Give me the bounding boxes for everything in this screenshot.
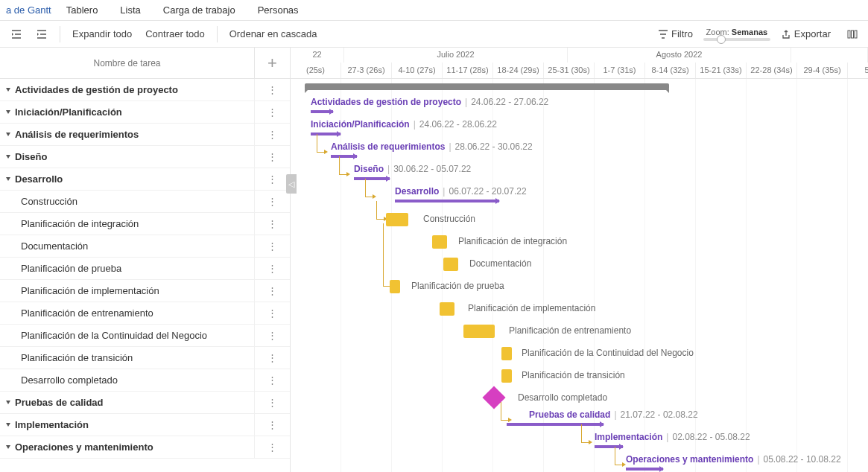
- task-menu-button[interactable]: ⋮: [254, 436, 290, 458]
- task-row[interactable]: Planificación de la Continuidad del Nego…: [0, 325, 290, 347]
- task-menu-button[interactable]: ⋮: [254, 347, 290, 369]
- gantt-task-bar[interactable]: [501, 347, 512, 360]
- task-menu-button[interactable]: ⋮: [254, 213, 290, 235]
- tab-list[interactable]: Lista: [110, 1, 151, 19]
- gantt-group-name[interactable]: Operaciones y mantenimiento: [626, 454, 753, 465]
- tab-board[interactable]: Tablero: [56, 1, 109, 19]
- task-row[interactable]: Desarrollo completado⋮: [0, 369, 290, 392]
- task-menu-button[interactable]: ⋮: [254, 325, 290, 346]
- expand-caret-icon[interactable]: [6, 155, 10, 159]
- indent-icon[interactable]: [30, 25, 54, 43]
- tab-workload[interactable]: Carga de trabajo: [153, 1, 246, 19]
- add-column-button[interactable]: +: [267, 55, 277, 71]
- gantt-task-bar[interactable]: [432, 235, 447, 249]
- task-list: Actividades de gestión de proyecto⋮Inici…: [0, 79, 290, 472]
- gantt-chart-area[interactable]: Actividades de gestión de proyecto|24.06…: [291, 79, 868, 472]
- gantt-task-bar[interactable]: [440, 302, 454, 316]
- week-label: 18-24 (29s): [493, 63, 544, 78]
- columns-icon[interactable]: [841, 26, 864, 42]
- gantt-group-name[interactable]: Análisis de requerimientos: [331, 141, 445, 152]
- expand-caret-icon[interactable]: [6, 177, 10, 181]
- task-menu-button[interactable]: ⋮: [254, 414, 290, 436]
- gantt-group-bar[interactable]: [311, 110, 333, 113]
- tab-gantt[interactable]: a de Gantt: [3, 1, 54, 19]
- task-row[interactable]: Planificación de prueba⋮: [0, 258, 290, 280]
- gantt-task-label: Planificación de la Continuidad del Nego…: [522, 348, 694, 358]
- gantt-group-name[interactable]: Diseño: [354, 164, 384, 174]
- gantt-group-name[interactable]: Actividades de gestión de proyecto: [311, 97, 461, 107]
- gantt-group-dates: 06.07.22 - 20.07.22: [449, 186, 526, 197]
- separator: [60, 26, 60, 42]
- gantt-group-name[interactable]: Desarrollo: [395, 186, 439, 197]
- expand-caret-icon[interactable]: [6, 445, 10, 449]
- filter-icon: [658, 29, 668, 39]
- task-row[interactable]: Construcción⋮: [0, 191, 290, 213]
- task-menu-button[interactable]: ⋮: [254, 280, 290, 302]
- gantt-group-name[interactable]: Iniciación/Planificación: [311, 119, 410, 130]
- task-menu-button[interactable]: ⋮: [254, 191, 290, 212]
- gantt-group-dates: 05.08.22 - 10.08.22: [764, 454, 841, 465]
- gantt-group-bar[interactable]: [311, 133, 340, 135]
- gantt-group-bar[interactable]: [626, 468, 663, 471]
- outdent-icon[interactable]: [4, 25, 28, 43]
- task-row[interactable]: Análisis de requerimientos⋮: [0, 124, 290, 146]
- gantt-group-name[interactable]: Implementación: [595, 432, 662, 442]
- gantt-task-bar[interactable]: [501, 369, 512, 383]
- gantt-group-bar[interactable]: [395, 200, 499, 202]
- month-label: 22: [291, 48, 344, 63]
- task-row[interactable]: Documentación⋮: [0, 235, 290, 258]
- export-button[interactable]: Exportar: [775, 25, 837, 42]
- expand-caret-icon[interactable]: [6, 88, 10, 92]
- task-row[interactable]: Planificación de entrenamiento⋮: [0, 302, 290, 325]
- tab-people[interactable]: Personas: [247, 1, 309, 19]
- collapse-all-button[interactable]: Contraer todo: [139, 25, 211, 42]
- zoom-slider[interactable]: [703, 38, 770, 41]
- project-summary-bar[interactable]: [305, 83, 669, 90]
- gantt-group-dates: 30.06.22 - 05.07.22: [393, 164, 471, 174]
- task-row[interactable]: Planificación de implementación⋮: [0, 280, 290, 302]
- task-row[interactable]: Actividades de gestión de proyecto⋮: [0, 79, 290, 101]
- gantt-task-label: Planificación de transición: [522, 370, 625, 380]
- task-row[interactable]: Iniciación/Planificación⋮: [0, 101, 290, 124]
- expand-caret-icon[interactable]: [6, 110, 10, 114]
- task-menu-button[interactable]: ⋮: [254, 302, 290, 324]
- expand-caret-icon[interactable]: [6, 423, 10, 427]
- task-menu-button[interactable]: ⋮: [254, 392, 290, 413]
- gantt-group-name[interactable]: Pruebas de calidad: [529, 409, 610, 420]
- task-row[interactable]: Desarrollo⋮: [0, 168, 290, 191]
- task-row[interactable]: Planificación de integración⋮: [0, 213, 290, 235]
- task-menu-button[interactable]: ⋮: [254, 258, 290, 279]
- gantt-group-dates: 02.08.22 - 05.08.22: [672, 432, 750, 442]
- cascade-sort-button[interactable]: Ordenar en cascada: [224, 25, 323, 42]
- task-menu-button[interactable]: ⋮: [254, 79, 290, 101]
- task-name-label: Iniciación/Planificación: [15, 106, 122, 118]
- gantt-group-dates: 24.06.22 - 27.06.22: [471, 97, 548, 107]
- task-menu-button[interactable]: ⋮: [254, 146, 290, 168]
- zoom-knob[interactable]: [717, 35, 726, 44]
- filter-button[interactable]: Filtro: [652, 25, 699, 42]
- task-menu-button[interactable]: ⋮: [254, 235, 290, 257]
- week-label: 27-3 (26s): [341, 63, 392, 78]
- week-label: 4-10 (27s): [392, 63, 443, 78]
- gantt-group-bar[interactable]: [507, 423, 604, 426]
- expand-caret-icon[interactable]: [6, 133, 10, 136]
- gantt-task-label: Planificación de integración: [458, 236, 567, 246]
- task-menu-button[interactable]: ⋮: [254, 369, 290, 391]
- gantt-task-label: Construcción: [423, 214, 475, 224]
- task-menu-button[interactable]: ⋮: [254, 124, 290, 145]
- task-name-label: Planificación de implementación: [21, 285, 159, 296]
- task-menu-button[interactable]: ⋮: [254, 168, 290, 190]
- task-row[interactable]: Implementación⋮: [0, 414, 290, 436]
- gantt-task-bar[interactable]: [463, 325, 495, 338]
- task-menu-button[interactable]: ⋮: [254, 101, 290, 123]
- month-label: Julio 2022: [344, 48, 568, 63]
- expand-caret-icon[interactable]: [6, 401, 10, 404]
- task-row[interactable]: Planificación de transición⋮: [0, 347, 290, 369]
- toolbar: Expandir todo Contraer todo Ordenar en c…: [0, 21, 868, 48]
- task-row[interactable]: Operaciones y mantenimiento⋮: [0, 436, 290, 459]
- gantt-task-bar[interactable]: [443, 258, 458, 271]
- expand-all-button[interactable]: Expandir todo: [66, 25, 138, 42]
- gantt-task-bar[interactable]: [390, 280, 400, 293]
- task-row[interactable]: Pruebas de calidad⋮: [0, 392, 290, 414]
- task-row[interactable]: Diseño⋮: [0, 146, 290, 168]
